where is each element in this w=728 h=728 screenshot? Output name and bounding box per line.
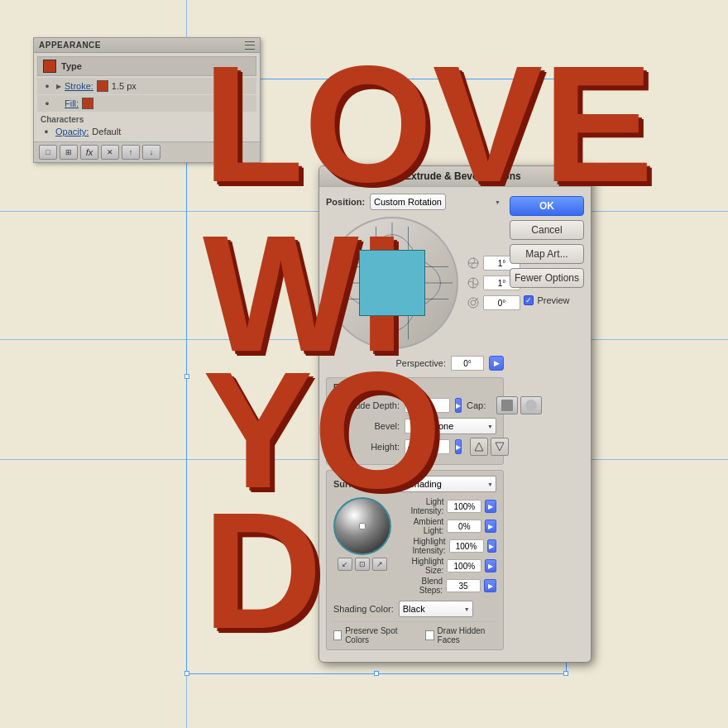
- shading-color-label: Shading Color:: [333, 604, 394, 614]
- stroke-swatch[interactable]: [97, 80, 108, 92]
- canvas-area: LOVE WI YO D APPEARANCE Type: [0, 0, 728, 728]
- shading-select-wrapper: Black White Custom: [399, 601, 473, 617]
- cap-round-icon: [525, 400, 537, 411]
- highlight-intensity-input[interactable]: [449, 539, 484, 553]
- ok-button[interactable]: OK: [510, 196, 584, 216]
- type-swatch: [43, 60, 56, 73]
- light-ctrl-btn-2[interactable]: ⊡: [355, 558, 370, 571]
- preserve-spot-label: Preserve Spot Colors: [345, 626, 409, 644]
- ambient-light-input[interactable]: [447, 520, 481, 533]
- surface-inside-button[interactable]: [491, 438, 509, 456]
- shading-color-select[interactable]: Black White Custom: [399, 601, 473, 617]
- opacity-value: Default: [92, 127, 121, 136]
- ambient-light-arrow[interactable]: ▶: [485, 520, 496, 533]
- delete-button[interactable]: ✕: [101, 145, 119, 160]
- surface-outside-button[interactable]: [470, 438, 488, 456]
- draw-hidden-label: Draw Hidden Faces: [438, 626, 496, 644]
- draw-hidden-checkbox[interactable]: [425, 630, 433, 640]
- rotation-x-icon: [467, 256, 480, 270]
- highlight-intensity-row: Highlight Intensity: ▶: [400, 537, 496, 555]
- cap-buttons: [496, 396, 542, 414]
- stroke-eye-icon[interactable]: ●: [41, 82, 53, 90]
- highlight-size-label: Highlight Size:: [400, 557, 443, 575]
- fx-button[interactable]: fx: [80, 145, 98, 160]
- selection-handle-bc[interactable]: [374, 671, 379, 676]
- opacity-eye-icon[interactable]: ●: [41, 127, 52, 136]
- perspective-input[interactable]: [451, 356, 484, 371]
- surface-icon-buttons: [470, 438, 509, 456]
- cap-round-button[interactable]: [520, 396, 542, 414]
- selection-handle-bl[interactable]: [184, 671, 189, 676]
- blend-steps-input[interactable]: [446, 579, 481, 592]
- type-label: Type: [61, 61, 82, 71]
- stroke-label[interactable]: Stroke:: [65, 81, 93, 91]
- highlight-size-row: Highlight Size: ▶: [400, 557, 496, 575]
- canvas-text-love: LOVE: [203, 50, 654, 199]
- z-rotation-icon: [467, 296, 480, 309]
- preview-label: Preview: [537, 295, 569, 305]
- stroke-value: 1.5 px: [112, 81, 136, 91]
- highlight-size-input[interactable]: [447, 559, 481, 572]
- panel-title: APPEARANCE: [39, 41, 101, 50]
- cancel-button[interactable]: Cancel: [510, 220, 584, 240]
- blend-steps-row: Blend Steps: ▶: [400, 577, 496, 595]
- perspective-arrow-button[interactable]: ▶: [489, 356, 504, 371]
- preserve-spot-checkbox-item[interactable]: Preserve Spot Colors: [333, 626, 409, 644]
- extrude-depth-arrow-button[interactable]: ▶: [455, 398, 462, 413]
- move-up-button[interactable]: ↑: [122, 145, 140, 160]
- blend-steps-label: Blend Steps:: [400, 577, 443, 595]
- light-dot: [359, 523, 366, 529]
- shading-color-row: Shading Color: Black White Custom: [333, 601, 496, 617]
- selection-handle-ml[interactable]: [184, 374, 189, 379]
- draw-hidden-checkbox-item[interactable]: Draw Hidden Faces: [425, 626, 496, 644]
- map-art-button[interactable]: Map Art...: [510, 244, 584, 264]
- fill-eye-icon[interactable]: ●: [41, 99, 53, 108]
- stroke-arrow-icon[interactable]: ▶: [56, 83, 61, 90]
- opacity-label[interactable]: Opacity:: [55, 127, 89, 136]
- fill-label[interactable]: Fill:: [65, 98, 79, 108]
- dialog-buttons: OK Cancel Map Art... Fewer Options Previ…: [510, 196, 584, 309]
- height-arrow-button[interactable]: ▶: [455, 439, 462, 454]
- checkboxes-row: Preserve Spot Colors Draw Hidden Faces: [333, 621, 496, 644]
- preserve-spot-checkbox[interactable]: [333, 630, 342, 640]
- inside-bevel-icon: [494, 441, 505, 453]
- cap-flat-icon: [501, 400, 513, 411]
- canvas-text-d: D: [203, 496, 322, 645]
- sphere-light-controls: ↙ ⊡ ↗: [338, 558, 387, 571]
- fewer-options-button[interactable]: Fewer Options: [510, 268, 584, 288]
- cap-label: Cap:: [467, 400, 491, 410]
- highlight-intensity-label: Highlight Intensity:: [400, 537, 446, 555]
- light-ctrl-btn-1[interactable]: ↙: [338, 558, 352, 571]
- duplicate-button[interactable]: ⊞: [60, 145, 78, 160]
- y-rotation-icon: [467, 276, 480, 290]
- x-rotation-icon: [467, 256, 480, 270]
- fill-swatch[interactable]: [82, 98, 93, 109]
- rotation-z-icon: [467, 296, 480, 309]
- cap-flat-button[interactable]: [496, 396, 518, 414]
- selection-handle-br[interactable]: [563, 671, 568, 676]
- outside-bevel-icon: [473, 441, 485, 453]
- highlight-size-arrow[interactable]: ▶: [485, 559, 496, 572]
- highlight-intensity-arrow[interactable]: ▶: [487, 539, 497, 553]
- sphere-square: [359, 250, 425, 316]
- blend-steps-arrow[interactable]: ▶: [484, 579, 496, 592]
- preview-checkbox-row[interactable]: Preview: [510, 292, 584, 309]
- rotation-y-icon: [467, 276, 480, 290]
- move-down-button[interactable]: ↓: [142, 145, 160, 160]
- new-art-button[interactable]: □: [39, 145, 57, 160]
- light-ctrl-btn-3[interactable]: ↗: [372, 558, 387, 571]
- preview-checkbox[interactable]: [524, 295, 534, 305]
- light-intensity-arrow[interactable]: ▶: [485, 500, 496, 513]
- fill-arrow-icon: ▶: [56, 100, 61, 108]
- light-intensity-input[interactable]: [447, 500, 481, 513]
